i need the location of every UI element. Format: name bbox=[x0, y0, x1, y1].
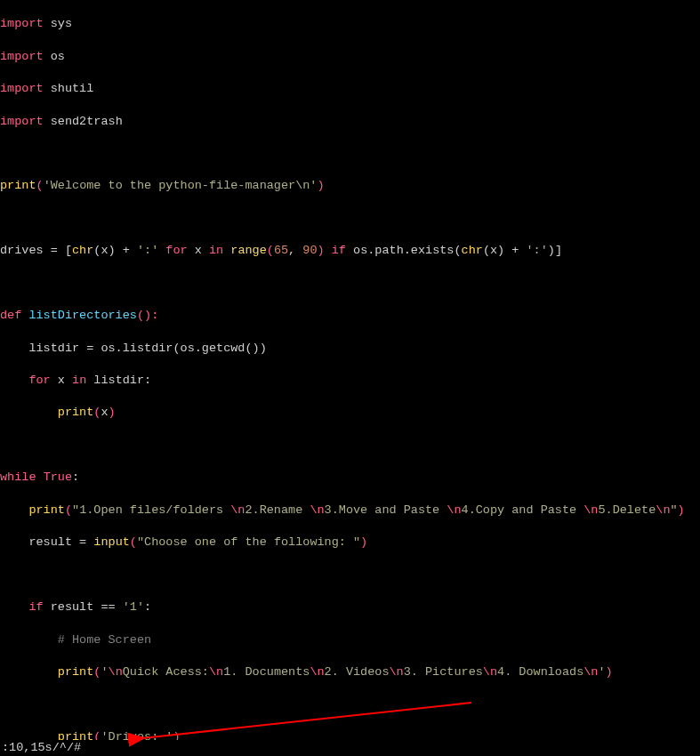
code-line: print('Welcome to the python-file-manage… bbox=[0, 178, 700, 194]
code-line: if result == '1': bbox=[0, 599, 700, 615]
code-line: print("1.Open files/folders \n2.Rename \… bbox=[0, 503, 700, 519]
code-line bbox=[0, 438, 700, 454]
code-line: drives = [chr(x) + ':' for x in range(65… bbox=[0, 243, 700, 259]
code-line: def listDirectories(): bbox=[0, 308, 700, 324]
code-line: listdir = os.listdir(os.getcwd()) bbox=[0, 341, 700, 357]
vim-command-line[interactable]: :10,15s/^/# bbox=[0, 740, 700, 756]
code-line: import send2trash bbox=[0, 114, 700, 130]
code-line: import shutil bbox=[0, 81, 700, 97]
code-line: while True: bbox=[0, 470, 700, 486]
code-line bbox=[0, 696, 700, 712]
code-line bbox=[0, 146, 700, 162]
code-editor[interactable]: import sys import os import shutil impor… bbox=[0, 0, 700, 756]
code-line: import os bbox=[0, 49, 700, 65]
code-line: print('\nQuick Acess:\n1. Documents\n2. … bbox=[0, 664, 700, 680]
code-line: result = input("Choose one of the follow… bbox=[0, 535, 700, 551]
code-line: import sys bbox=[0, 16, 700, 32]
code-line: for x in listdir: bbox=[0, 373, 700, 389]
code-line bbox=[0, 567, 700, 583]
code-line: # Home Screen bbox=[0, 632, 700, 648]
code-line bbox=[0, 276, 700, 292]
code-line: print(x) bbox=[0, 405, 700, 421]
code-line bbox=[0, 211, 700, 227]
